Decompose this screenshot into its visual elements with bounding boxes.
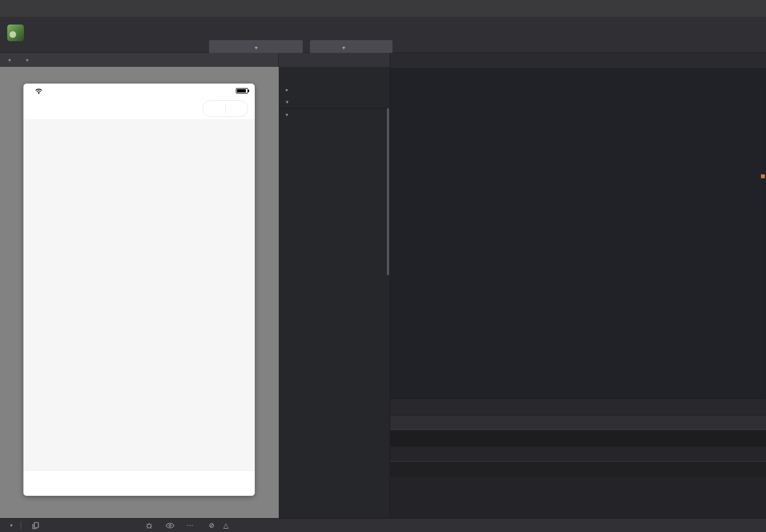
capsule-divider (225, 104, 226, 113)
chevron-right-icon: ▸ (283, 87, 291, 92)
status-bar: ▾ ⋯ ⊘ △ (0, 518, 766, 532)
close-button[interactable] (741, 0, 766, 17)
chevron-down-icon: ▾ (342, 45, 345, 51)
wechat-devtools-window: ▾ ▾ ▾ ▾ (0, 0, 766, 532)
battery-icon (236, 88, 248, 94)
window-controls (692, 0, 766, 17)
warnings-icon: △ (224, 521, 229, 529)
debugger-tab-bar (390, 399, 766, 415)
device-select[interactable]: ▾ (0, 57, 11, 63)
scrollbar-marker (761, 174, 765, 178)
outline-section-row[interactable]: ▾ (279, 108, 390, 120)
open-editors-row[interactable]: ▸ (279, 84, 390, 96)
errors-icon: ⊘ (209, 521, 215, 529)
copy-icon[interactable] (32, 522, 39, 529)
minimize-button[interactable] (692, 0, 717, 17)
breadcrumb (390, 68, 766, 82)
chevron-down-icon: ▾ (255, 45, 258, 51)
phone-mockup (23, 84, 255, 496)
miniapp-capsule (202, 100, 248, 117)
chevron-down-icon: ▾ (10, 523, 13, 528)
titlebar (0, 0, 766, 17)
phone-status-bar (23, 84, 255, 98)
bug-icon[interactable] (145, 521, 153, 530)
chevron-down-icon: ▾ (283, 99, 291, 105)
editor-tab-bar (390, 53, 766, 68)
resource-explorer: ▸ ▾ ▾ (279, 53, 390, 518)
wifi-icon (35, 88, 42, 94)
explorer-scrollbar[interactable] (387, 108, 389, 275)
miniapp-tabbar (23, 470, 255, 496)
chevron-down-icon: ▾ (26, 57, 29, 63)
debugger-panel (390, 398, 766, 518)
phone-nav-bar (23, 98, 255, 119)
code-editor (390, 53, 766, 398)
style-filter-row (390, 462, 766, 477)
chevron-down-icon: ▾ (283, 112, 290, 118)
pages-section-row[interactable]: ▾ (279, 96, 390, 108)
devtools-tab-bar (390, 415, 766, 430)
style-tab-bar (390, 447, 766, 462)
explorer-activity-bar (279, 53, 390, 67)
project-avatar[interactable] (7, 25, 24, 41)
miniapp-content (23, 119, 255, 470)
kebab-icon[interactable]: ⋯ (187, 521, 195, 529)
wxml-tree-area[interactable] (390, 430, 766, 447)
maximize-button[interactable] (717, 0, 741, 17)
simulator-panel (0, 67, 279, 518)
divider (21, 521, 21, 529)
toolbar: ▾ ▾ (0, 17, 766, 53)
eye-icon[interactable] (166, 522, 174, 529)
editor-scrollbar[interactable] (760, 82, 766, 398)
code-area[interactable] (390, 82, 766, 85)
simulator-toolbar: ▾ ▾ (0, 53, 279, 67)
styles-content-area[interactable] (390, 477, 766, 518)
hot-reload-toggle[interactable]: ▾ (11, 57, 29, 63)
